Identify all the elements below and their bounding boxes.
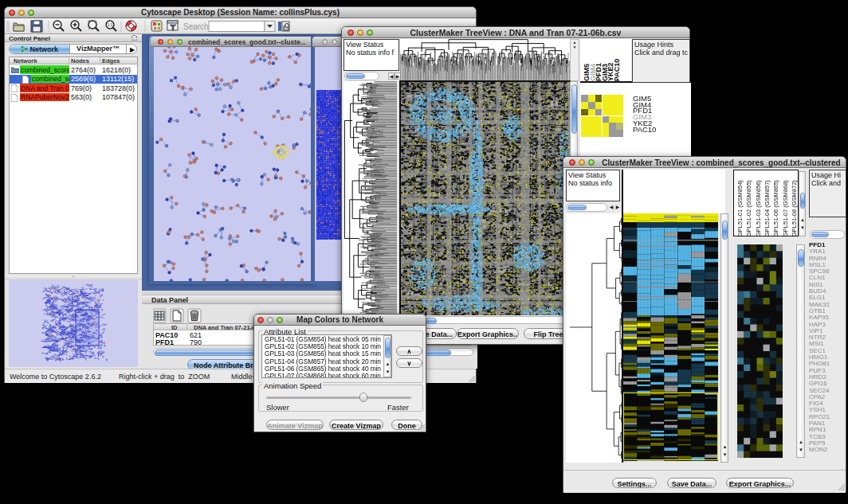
svg-text:1:1: 1:1 [108,22,113,27]
svg-text:Search:: Search: [183,22,210,31]
